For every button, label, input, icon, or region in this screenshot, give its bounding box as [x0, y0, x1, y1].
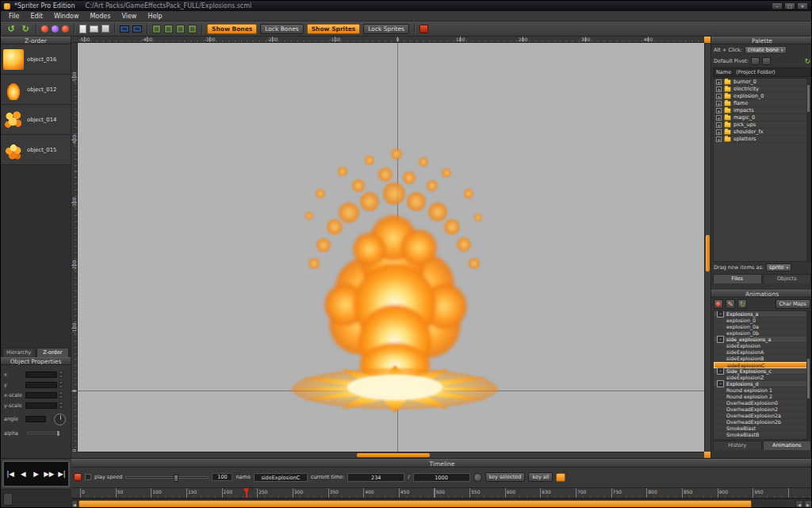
animation-item[interactable]: explosion_0b [714, 330, 810, 337]
animation-item[interactable]: OverheadExplosion0 [714, 400, 810, 406]
folder-row[interactable]: + electricity [714, 86, 810, 93]
folder-row[interactable]: + pick_ups [714, 121, 810, 129]
loop-button[interactable]: ↻ [737, 299, 747, 309]
folder-row[interactable]: + magic_0 [714, 114, 810, 121]
canvas-horizontal-scrollbar[interactable] [78, 452, 704, 458]
red-dot-icon[interactable] [41, 25, 48, 33]
zorder-item[interactable]: object_016 [1, 44, 71, 75]
snap-time-button[interactable] [473, 473, 482, 482]
expand-icon[interactable]: + [716, 94, 722, 99]
animation-item[interactable]: SmokeBlast [714, 425, 810, 432]
property-input[interactable] [25, 392, 57, 398]
property-input[interactable] [25, 382, 57, 388]
playback-button[interactable]: ▶ [29, 470, 42, 478]
folder-row[interactable]: + flame [714, 100, 810, 107]
playback-button[interactable]: ▶▶ [43, 470, 56, 478]
angle-dial[interactable] [54, 414, 66, 425]
zorder-item[interactable]: object_015 [1, 135, 71, 165]
animation-item[interactable]: sideExplosion [714, 343, 810, 349]
open-file-icon[interactable] [90, 25, 98, 33]
canvas[interactable] [78, 43, 704, 452]
screen-icon-2[interactable] [132, 25, 142, 33]
expand-icon[interactable]: + [716, 129, 722, 135]
menu-item[interactable]: View [116, 12, 142, 21]
menu-item[interactable]: Modes [84, 12, 116, 21]
animation-item[interactable]: OverheadExplosion2a [714, 413, 810, 419]
tab-animations[interactable]: Animations [763, 441, 812, 450]
file-tree-scrollbar[interactable] [806, 79, 810, 261]
expand-icon[interactable]: + [716, 87, 722, 92]
expand-icon[interactable]: + [716, 137, 722, 142]
playback-button[interactable]: ◀ [17, 470, 29, 478]
close-button[interactable]: × [797, 2, 808, 10]
animation-item[interactable]: side_explosions_a [714, 337, 810, 343]
zorder-item[interactable]: object_012 [1, 75, 71, 105]
rename-animation-button[interactable]: ✎ [726, 299, 735, 309]
explosion-sprite[interactable] [276, 137, 514, 414]
purple-dot-icon[interactable] [52, 25, 59, 33]
keyframe-icon[interactable] [419, 25, 428, 33]
playhead[interactable] [246, 488, 247, 498]
tab-zorder[interactable]: Z-order [36, 348, 70, 357]
folder-row[interactable]: + burner_0 [714, 79, 810, 86]
vertical-scroll-thumb[interactable] [706, 235, 710, 271]
align-icon[interactable] [176, 25, 185, 33]
stepper[interactable] [59, 391, 63, 398]
alt-click-select[interactable]: create bone ▾ [745, 46, 786, 54]
playback-button[interactable]: |◀ [4, 470, 17, 478]
expand-icon[interactable]: + [716, 115, 722, 121]
folder-row[interactable]: + impacts [714, 107, 810, 114]
menu-item[interactable]: Help [142, 12, 167, 21]
animation-item[interactable]: explosion_0 [714, 318, 810, 324]
char-maps-button[interactable]: Char Maps [776, 299, 810, 309]
zorder-item[interactable]: object_014 [1, 105, 71, 135]
splitter-handle-top[interactable] [704, 37, 710, 43]
angle-input[interactable] [25, 416, 46, 422]
stepper[interactable] [59, 402, 63, 409]
save-file-icon[interactable] [102, 25, 109, 33]
tab-files[interactable]: Files [713, 274, 762, 283]
folder-row[interactable]: + explosion_0 [714, 93, 810, 100]
refresh-icon[interactable]: ↻ [804, 58, 810, 65]
minimize-button[interactable]: – [772, 2, 783, 10]
menu-item[interactable]: Edit [25, 12, 48, 21]
duration-field[interactable]: 1000 [413, 473, 470, 482]
new-file-icon[interactable] [79, 25, 86, 33]
current-time-field[interactable]: 234 [347, 473, 404, 482]
timeline-left-widget[interactable] [3, 493, 13, 506]
animation-item[interactable]: sideExplosionA [714, 349, 810, 356]
splitter-handle-bottom[interactable] [704, 452, 710, 458]
scroll-left-icon[interactable]: ◀ [71, 500, 78, 508]
alpha-slider[interactable] [27, 432, 60, 434]
expand-icon[interactable]: + [716, 122, 722, 128]
timeline-ruler[interactable]: 0501001502002503003504004505005506006507… [71, 487, 812, 498]
animation-item[interactable]: Explosions_a [714, 311, 810, 318]
pivot-option-button-2[interactable] [762, 57, 771, 65]
animation-item[interactable]: OverheadExplosion2b [714, 419, 810, 425]
tab-history[interactable]: History [713, 441, 762, 450]
show-sprites-button[interactable]: Show Sprites [307, 24, 361, 34]
magnet-icon[interactable] [164, 25, 173, 33]
undo-icon[interactable]: ↺ [6, 23, 17, 34]
expand-icon[interactable]: + [716, 108, 722, 114]
folder-row[interactable]: + splatters [714, 136, 810, 143]
scroll-left-icon[interactable]: ◀ [795, 500, 803, 508]
property-input[interactable] [25, 371, 57, 378]
animation-name-field[interactable]: sideExplosionC [254, 473, 308, 482]
property-input[interactable] [25, 402, 57, 409]
animation-item[interactable]: Side_Explosions_c [714, 368, 810, 375]
folder-row[interactable]: + shoulder_fx [714, 129, 810, 136]
screen-icon[interactable] [120, 25, 129, 33]
maximize-button[interactable]: □ [784, 2, 795, 10]
scroll-right-icon[interactable]: ▶ [804, 500, 812, 508]
add-key-icon[interactable] [556, 473, 565, 482]
play-speed-value[interactable]: 100 [212, 473, 232, 481]
play-speed-slider[interactable] [125, 476, 209, 479]
lock-sprites-button[interactable]: Lock Sprites [363, 24, 409, 34]
stepper[interactable] [59, 371, 63, 378]
animations-scrollbar[interactable] [806, 311, 810, 439]
horizontal-scroll-thumb[interactable] [357, 453, 430, 457]
timeline-record-button[interactable] [74, 473, 82, 481]
animation-item[interactable]: SmokeBlastB [714, 432, 810, 438]
show-bones-button[interactable]: Show Bones [207, 24, 257, 34]
